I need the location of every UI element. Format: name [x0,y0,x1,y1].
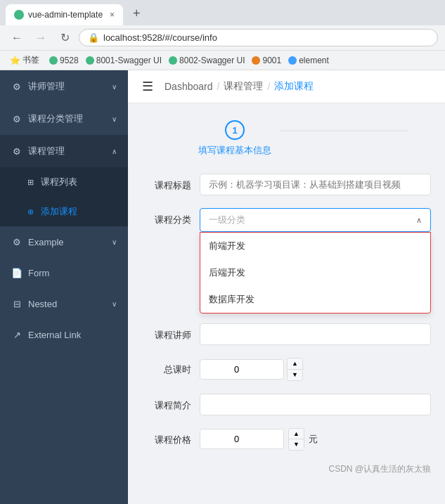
breadcrumb: Dashboard / 课程管理 / 添加课程 [165,80,314,93]
tab-label: vue-admin-template [28,10,103,20]
bookmark-swagger2[interactable]: 8002-Swagger UI [169,56,245,65]
category-option-3[interactable]: 数据库开发 [200,286,430,313]
course-title-input[interactable] [200,174,431,195]
course-title-label: 课程标题 [142,174,191,192]
app-container: ⚙ 讲师管理 ∨ ⚙ 课程分类管理 ∨ ⚙ 课程管理 ∧ ⊞ 课程列表 ⊕ 添加… [0,70,445,504]
form-container: 1 填写课程基本信息 课程标题 课程分类 一级分类 ∧ [128,103,445,492]
sidebar-item-label: Form [28,268,117,278]
course-hours-input[interactable] [200,359,284,380]
tab-close-icon[interactable]: × [110,10,115,20]
list-icon: ⊞ [25,177,35,187]
link-icon: ↗ [11,329,22,340]
price-spinners: ▲ ▼ [288,428,304,451]
course-teacher-label: 课程讲师 [142,323,191,342]
breadcrumb-sep-1: / [217,81,220,92]
chevron-down-icon-4: ∨ [112,300,117,308]
sidebar-item-course-list[interactable]: ⊞ 课程列表 [0,167,128,197]
category-placeholder: 一级分类 [209,214,245,226]
sidebar-item-label: 课程管理 [28,145,106,157]
bookmark-9528[interactable]: 9528 [49,56,79,65]
sidebar-item-label: Example [28,237,106,247]
form-row-category: 课程分类 一级分类 ∧ 前端开发 后端开发 数据库开发 [142,208,431,232]
sidebar: ⚙ 讲师管理 ∨ ⚙ 课程分类管理 ∨ ⚙ 课程管理 ∧ ⊞ 课程列表 ⊕ 添加… [0,70,128,504]
tab-favicon [14,10,24,20]
lock-icon: 🔒 [88,32,99,43]
chevron-down-icon: ∨ [112,83,117,91]
active-tab[interactable]: vue-admin-template × [6,4,123,25]
sidebar-item-external[interactable]: ↗ External Link [0,319,128,350]
sidebar-item-nested[interactable]: ⊟ Nested ∨ [0,288,128,319]
sidebar-item-label: Nested [28,299,106,309]
price-spin-down[interactable]: ▼ [289,439,304,450]
course-price-label: 课程价格 [142,428,191,446]
course-teacher-input[interactable] [200,323,431,345]
course-price-input-wrapper: ▲ ▼ 元 [200,428,318,451]
footer-credit: CSDN @认真生活的灰太狼 [142,463,431,475]
back-button[interactable]: ← [7,28,27,48]
course-teacher-input-wrapper [200,323,431,345]
chevron-up-icon: ∧ [112,148,117,155]
hours-spin-down[interactable]: ▼ [288,370,302,380]
course-hours-input-wrapper: ▲ ▼ [200,358,303,381]
step-line-1 [280,130,408,131]
sidebar-item-course[interactable]: ⚙ 课程管理 ∧ [0,135,128,167]
gear-icon-3: ⚙ [11,146,22,157]
form-row-title: 课程标题 [142,174,431,195]
browser-tab-bar: vue-admin-template × + [0,0,445,25]
breadcrumb-dashboard[interactable]: Dashboard [165,81,213,92]
sidebar-sub-menu-course: ⊞ 课程列表 ⊕ 添加课程 [0,167,128,226]
bookmark-swagger1[interactable]: 8001-Swagger UI [86,56,162,65]
gear-icon-4: ⚙ [11,236,22,247]
bookmark-element[interactable]: element [288,56,329,65]
bookmark-bookmarks[interactable]: ⭐ 书签 [7,53,42,67]
sidebar-item-label: External Link [28,330,117,340]
sidebar-sub-item-label: 课程列表 [41,176,77,188]
course-hours-label: 总课时 [142,358,191,376]
step-1-label: 填写课程基本信息 [198,144,271,157]
breadcrumb-sep-2: / [267,81,270,92]
browser-toolbar: ← → ↻ 🔒 localhost:9528/#/course/info [0,25,445,51]
chevron-down-icon-2: ∨ [112,115,117,123]
course-intro-label: 课程简介 [142,394,191,412]
sidebar-item-teacher[interactable]: ⚙ 讲师管理 ∨ [0,70,128,103]
bookmark-9001[interactable]: 9001 [252,56,281,65]
sidebar-item-label: 课程分类管理 [28,112,106,125]
category-option-1[interactable]: 前端开发 [200,233,430,259]
sidebar-item-category[interactable]: ⚙ 课程分类管理 ∨ [0,103,128,135]
course-intro-input-wrapper [200,394,431,415]
course-title-input-wrapper [200,174,431,195]
hours-spinners: ▲ ▼ [287,358,303,381]
price-unit-label: 元 [309,433,318,446]
breadcrumb-course-mgmt[interactable]: 课程管理 [224,80,263,93]
sidebar-item-label: 讲师管理 [28,80,106,93]
course-category-label: 课程分类 [142,208,191,226]
step-1-circle: 1 [225,120,245,140]
sidebar-item-form[interactable]: 📄 Form [0,257,128,288]
form-row-price: 课程价格 ▲ ▼ 元 [142,428,431,451]
new-tab-button[interactable]: + [126,4,148,24]
gear-icon-2: ⚙ [11,113,22,124]
gear-icon: ⚙ [11,81,22,92]
chevron-up-icon-select: ∧ [416,216,422,225]
nested-icon: ⊟ [11,298,22,309]
sidebar-item-course-add[interactable]: ⊕ 添加课程 [0,197,128,226]
form-row-hours: 总课时 ▲ ▼ [142,358,431,381]
hamburger-icon[interactable]: ☰ [142,79,153,94]
breadcrumb-add-course: 添加课程 [274,80,314,93]
bookmarks-bar: ⭐ 书签 9528 8001-Swagger UI 8002-Swagger U… [0,51,445,70]
category-select-box[interactable]: 一级分类 ∧ [200,208,431,232]
course-price-input[interactable] [200,429,284,449]
refresh-button[interactable]: ↻ [55,28,75,48]
sidebar-item-example[interactable]: ⚙ Example ∨ [0,226,128,257]
main-content: ☰ Dashboard / 课程管理 / 添加课程 1 填写课程基本信息 课 [128,70,445,504]
category-option-2[interactable]: 后端开发 [200,259,430,286]
hours-spin-up[interactable]: ▲ [288,358,302,370]
step-1: 1 填写课程基本信息 [198,120,271,157]
course-intro-input[interactable] [200,394,431,415]
forward-button[interactable]: → [31,28,51,48]
price-spin-up[interactable]: ▲ [289,429,304,440]
address-bar[interactable]: 🔒 localhost:9528/#/course/info [79,29,438,46]
add-icon: ⊕ [25,207,35,217]
sidebar-sub-item-label-add: 添加课程 [41,205,77,218]
form-row-teacher: 课程讲师 [142,323,431,345]
